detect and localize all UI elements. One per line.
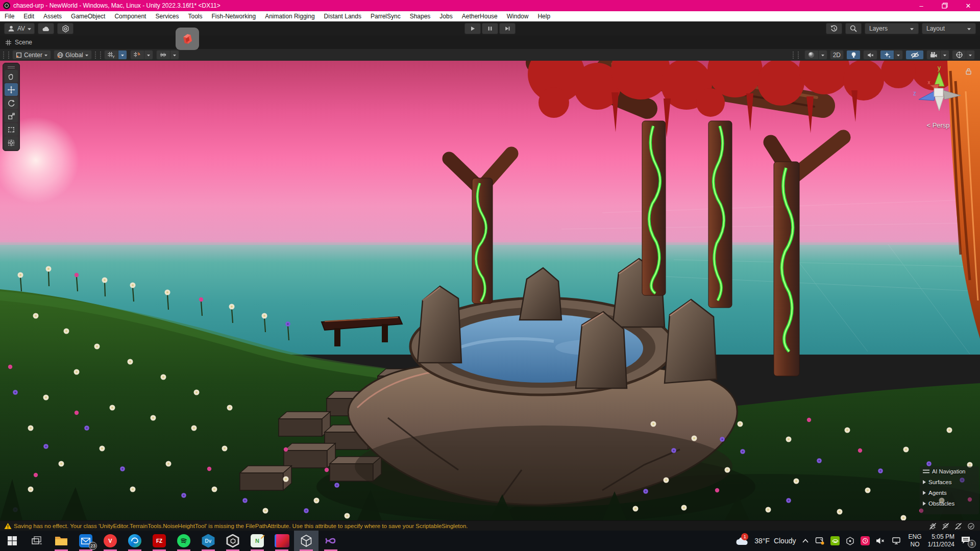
step-button[interactable]	[499, 23, 516, 34]
task-view-button[interactable]	[24, 531, 49, 551]
grid-snapping-toggle[interactable]	[130, 50, 144, 60]
taskbar-icon-file-explorer[interactable]	[49, 531, 74, 551]
menu-help[interactable]: Help	[533, 11, 555, 21]
undo-history-button[interactable]	[826, 23, 842, 34]
taskbar-icon-notepadpp[interactable]: N	[245, 531, 270, 551]
tray-network-icon[interactable]	[892, 537, 902, 545]
tray-hexagon-app-icon[interactable]	[846, 537, 854, 545]
scene-audio-toggle[interactable]	[863, 50, 877, 60]
tool-handle-rotation-dropdown[interactable]: Global	[54, 50, 92, 60]
menu-services[interactable]: Services	[151, 11, 183, 21]
tray-capture-icon[interactable]	[815, 537, 824, 545]
debugger-disabled-icon[interactable]	[929, 522, 937, 530]
progress-idle-icon[interactable]	[967, 522, 975, 530]
menu-fish-networking[interactable]: Fish-Networking	[207, 11, 260, 21]
ai-nav-agents[interactable]: Agents	[923, 490, 977, 496]
overlay-drag-handle[interactable]	[3, 63, 19, 69]
clock-widget[interactable]: 5:05 PM 1/11/2024	[928, 533, 955, 548]
spotify-icon	[177, 534, 190, 547]
menu-file[interactable]: File	[0, 11, 19, 21]
minimize-button[interactable]: –	[910, 0, 933, 11]
move-tool-button[interactable]	[5, 83, 18, 96]
tray-volume-muted-icon[interactable]	[876, 537, 886, 545]
draw-mode-button[interactable]	[804, 50, 818, 60]
draw-mode-dropdown[interactable]	[818, 50, 827, 60]
ai-nav-surfaces[interactable]: Surfaces	[923, 479, 977, 485]
effects-dropdown[interactable]	[894, 50, 903, 60]
account-dropdown[interactable]: AV	[4, 23, 35, 34]
toolbar-drag-handle[interactable]	[3, 52, 9, 59]
taskbar-icon-edge[interactable]	[122, 531, 147, 551]
taskbar-icon-unity-editor[interactable]	[294, 531, 318, 551]
transform-tool-button[interactable]	[5, 136, 18, 149]
floating-tool-button[interactable]	[176, 28, 199, 50]
effects-toggle[interactable]	[880, 50, 894, 60]
2d-mode-toggle[interactable]: 2D	[830, 50, 844, 60]
view-tool-button[interactable]	[5, 70, 18, 83]
menu-distant-lands[interactable]: Distant Lands	[320, 11, 366, 21]
taskbar-icon-rider[interactable]	[270, 531, 294, 551]
taskbar-icon-davinci[interactable]: Dv	[196, 531, 220, 551]
tray-expand-chevron-icon[interactable]	[802, 538, 809, 543]
projection-mode-label[interactable]: < Persp	[926, 121, 949, 129]
menu-jobs[interactable]: Jobs	[435, 11, 457, 21]
camera-settings-dropdown[interactable]	[940, 50, 949, 60]
play-button[interactable]	[464, 23, 481, 34]
language-indicator[interactable]: ENG NO	[908, 533, 921, 548]
layers-dropdown[interactable]: Layers	[865, 23, 919, 34]
menu-parrelsync[interactable]: ParrelSync	[366, 11, 405, 21]
pause-button[interactable]	[482, 23, 498, 34]
menu-animation-rigging[interactable]: Animation Rigging	[260, 11, 319, 21]
scene-viewport[interactable]: y z x < Persp	[0, 61, 980, 520]
toolbar-drag-handle[interactable]	[793, 52, 799, 59]
menu-gameobject[interactable]: GameObject	[66, 11, 110, 21]
cache-disabled-icon[interactable]	[942, 522, 949, 530]
snap-increment-dropdown[interactable]	[170, 50, 179, 60]
grid-visibility-toggle[interactable]: Y	[104, 50, 118, 60]
settings-button[interactable]	[57, 23, 74, 34]
menu-edit[interactable]: Edit	[19, 11, 39, 21]
menu-aetherhouse[interactable]: AetherHouse	[457, 11, 502, 21]
ai-nav-obstacles[interactable]: Obstacles	[923, 500, 977, 507]
tool-handle-position-dropdown[interactable]: Center	[12, 50, 51, 60]
chevron-down-icon	[120, 54, 125, 57]
grid-visibility-dropdown[interactable]	[118, 50, 127, 60]
menu-window[interactable]: Window	[502, 11, 533, 21]
taskbar-icon-filezilla[interactable]: FZ	[147, 531, 172, 551]
tray-nvidia-icon[interactable]	[830, 536, 840, 545]
snap-increment-button[interactable]	[156, 50, 170, 60]
taskbar-icon-hexagon-cube-app[interactable]	[220, 531, 245, 551]
gizmos-dropdown[interactable]	[966, 50, 975, 60]
menu-assets[interactable]: Assets	[39, 11, 66, 21]
tray-clock-app-icon[interactable]	[861, 536, 870, 545]
scale-tool-button[interactable]	[5, 110, 18, 122]
rotate-tool-button[interactable]	[5, 96, 18, 109]
restore-button[interactable]	[933, 0, 957, 11]
menu-shapes[interactable]: Shapes	[405, 11, 435, 21]
scene-lighting-toggle[interactable]	[846, 50, 861, 60]
cloud-services-button[interactable]	[38, 23, 54, 34]
camera-settings-button[interactable]	[926, 50, 940, 60]
close-button[interactable]: ✕	[957, 0, 980, 11]
scene-orientation-gizmo[interactable]: y z x < Persp	[908, 64, 969, 129]
layout-dropdown[interactable]: Layout	[922, 23, 976, 34]
taskbar-icon-visual-studio[interactable]	[318, 531, 343, 551]
auto-refresh-disabled-icon[interactable]	[954, 522, 962, 530]
console-warning-message[interactable]: Saving has no effect. Your class 'UnityE…	[14, 523, 468, 529]
menu-component[interactable]: Component	[110, 11, 151, 21]
grid-snapping-dropdown[interactable]	[144, 50, 153, 60]
menu-tools[interactable]: Tools	[183, 11, 207, 21]
rect-tool-button[interactable]	[5, 123, 18, 136]
tab-scene[interactable]: Scene	[0, 36, 38, 49]
gizmos-toggle[interactable]	[952, 50, 966, 60]
gizmo-lock-icon[interactable]	[965, 68, 972, 77]
hidden-objects-toggle[interactable]	[905, 50, 924, 60]
hamburger-icon[interactable]	[923, 469, 929, 474]
taskbar-icon-spotify[interactable]	[172, 531, 196, 551]
weather-widget[interactable]: 1 38°F Cloudy	[735, 535, 796, 546]
taskbar-icon-vivaldi[interactable]: V	[98, 531, 122, 551]
taskbar-icon-mail[interactable]: 23	[74, 531, 98, 551]
start-button[interactable]	[0, 531, 24, 551]
search-button[interactable]	[845, 23, 862, 34]
notification-center-button[interactable]: 3	[961, 536, 976, 546]
